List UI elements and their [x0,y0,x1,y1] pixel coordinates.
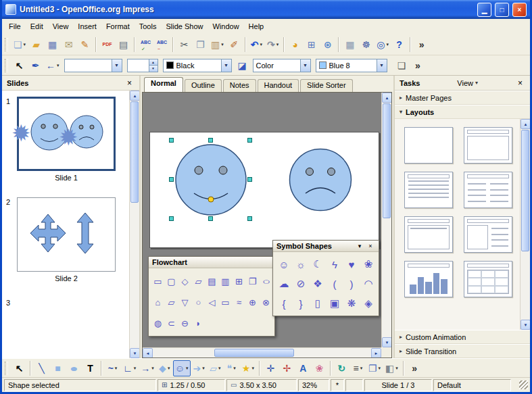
data-shape[interactable]: ▱ [192,271,205,291]
scroll-down-icon[interactable]: ▼ [521,320,530,330]
scroll-up-icon[interactable]: ▲ [130,91,139,101]
arrow-style-button[interactable]: ←▾ [44,57,62,74]
tab-outline[interactable]: Outline [185,79,222,92]
close-icon[interactable]: × [124,78,135,88]
scrollbar-track[interactable] [153,348,214,358]
spin-down-button[interactable]: ▼ [149,66,158,72]
scroll-right-icon[interactable]: ► [371,348,381,358]
smiley-face-shape[interactable]: ☺ [276,255,292,274]
preparation-shape[interactable]: ⌂ [151,292,164,312]
scroll-up-icon[interactable]: ▲ [521,119,530,129]
scroll-down-icon[interactable]: ▼ [130,348,139,358]
layout-title-chart[interactable] [404,261,453,297]
manual-input-shape[interactable]: ▱ [165,292,178,312]
close-window-button[interactable]: × [512,3,527,17]
paste-dropdown-icon[interactable]: ▾ [221,42,224,47]
selection-handle-e[interactable] [247,177,252,182]
tab-handout[interactable]: Handout [258,79,299,92]
save-button[interactable]: ▦ [45,36,60,53]
alignment-button[interactable]: ≡▾ [350,360,366,376]
tasks-view-menu[interactable]: View ▾ [457,79,478,87]
slide-thumbnail-2[interactable] [17,197,116,272]
line-color-combo[interactable]: Black ▼ [163,59,232,72]
scroll-down-icon[interactable]: ▼ [382,337,392,347]
collate-shape[interactable]: ◍ [151,313,164,333]
menu-file[interactable]: File [4,20,26,32]
frowny-face-shape[interactable] [288,147,353,212]
callouts-dropdown-icon[interactable]: ▾ [233,366,236,371]
export-pdf-button[interactable]: PDF [99,36,115,53]
format-paintbrush-button[interactable]: ✐ [226,36,242,53]
alignment-dropdown-icon[interactable]: ▾ [360,366,363,371]
print-button[interactable]: ▤ [116,36,131,53]
left-brace-shape[interactable]: { [276,294,292,313]
scrollbar-track[interactable] [295,348,371,358]
workspace-vertical-scrollbar[interactable]: ▲ ▼ [381,93,391,347]
section-layouts[interactable]: ▾ Layouts [395,105,530,119]
status-cell-page-style[interactable]: Default [433,379,511,391]
arrange-dropdown-icon[interactable]: ▾ [378,366,381,371]
layout-blank[interactable] [404,127,453,164]
edit-points-tool-button[interactable]: ✒ [28,57,43,74]
lines-arrows-button[interactable]: →▾ [139,360,156,376]
alternate-process-shape[interactable]: ▢ [165,271,178,291]
workspace[interactable]: Flowchart ▭▢◇▱▤▥⊞❐○⌂▱▽○◁▭≈⊕⊗◍⊂⊖◗ Symbol … [142,92,392,358]
multidocument-shape[interactable]: ❐ [246,271,259,291]
process-shape[interactable]: ▭ [151,271,164,291]
help-button[interactable]: ? [391,36,407,53]
layout-title-content[interactable] [464,127,512,164]
scrollbar-thumb[interactable] [383,103,391,218]
status-cell-status-text[interactable]: Shape selected [4,379,156,391]
stored-data-shape[interactable]: ⊂ [165,313,178,333]
new-document-button[interactable]: ❏▾ [11,36,28,53]
connector-shape[interactable]: ○ [192,292,205,312]
heart-shape[interactable]: ♥ [343,255,360,274]
toolbar-overflow-2-button[interactable]: » [410,57,426,74]
menu-insert[interactable]: Insert [73,20,101,32]
select-button[interactable]: ↖ [11,57,27,74]
right-bracket-shape[interactable]: ) [343,274,360,293]
area-style-button[interactable]: ◪ [235,57,250,74]
menu-format[interactable]: Format [101,20,135,32]
line-style-combo[interactable]: ▼ [64,59,122,72]
symbol-shapes-dropdown-icon[interactable]: ▾ [186,366,189,371]
basic-shapes-button[interactable]: ◆▾ [157,360,172,376]
selection-handle-ne[interactable] [247,138,252,143]
scroll-up-icon[interactable]: ▲ [382,93,392,103]
sun-shape[interactable]: ☼ [293,255,309,274]
menu-help[interactable]: Help [244,20,269,32]
maximize-button[interactable]: □ [495,3,509,17]
arrow-style-dropdown-icon[interactable]: ▾ [57,63,59,68]
scrollbar-thumb[interactable] [521,130,529,251]
section-custom-animation[interactable]: ▸ Custom Animation [395,330,530,344]
delay-shape[interactable]: ⊖ [178,313,191,333]
scrollbar-track[interactable] [382,219,391,337]
fill-color-combo[interactable]: Blue 8 ▼ [316,59,387,72]
symbol-shapes-button[interactable]: ☺▾ [173,360,191,376]
new-document-dropdown-icon[interactable]: ▾ [24,42,26,47]
lightning-shape[interactable]: ϟ [327,255,343,274]
stars-button[interactable]: ★▾ [240,360,256,376]
puzzle-shape[interactable]: ❖ [310,274,326,293]
flowchart-palette[interactable]: Flowchart ▭▢◇▱▤▥⊞❐○⌂▱▽○◁▭≈⊕⊗◍⊂⊖◗ [148,256,275,337]
menu-view[interactable]: View [48,20,74,32]
symbol-palette-title[interactable]: Symbol Shapes ▾ × [273,241,379,252]
callouts-button[interactable]: ❝▾ [224,360,239,376]
line-width-spinner[interactable]: ▲ ▼ [127,59,158,72]
zoom-button[interactable]: ◎▾ [374,36,391,53]
cut-button[interactable]: ✂ [176,36,192,53]
selection-handle-w[interactable] [169,177,174,182]
minimize-button[interactable]: ▁ [477,3,491,17]
copy-button[interactable]: ❐ [193,36,208,53]
chart-button[interactable]: ◕ [287,36,303,53]
left-bracket-shape[interactable]: ( [327,274,343,293]
redo-button[interactable]: ↷▾ [265,36,281,53]
toolbar-overflow-button[interactable]: » [414,36,429,53]
navigator-button[interactable]: ☸ [358,36,374,53]
status-cell-slide-number[interactable]: Slide 1 / 3 [364,379,432,391]
rotate-button[interactable]: ↻ [334,360,349,376]
summing-junction-shape[interactable]: ⊕ [246,292,259,312]
off-page-connector-shape[interactable]: ◁ [205,292,218,312]
layout-title-table[interactable] [464,261,512,297]
workspace-horizontal-scrollbar[interactable]: ◄ ► [143,347,381,358]
